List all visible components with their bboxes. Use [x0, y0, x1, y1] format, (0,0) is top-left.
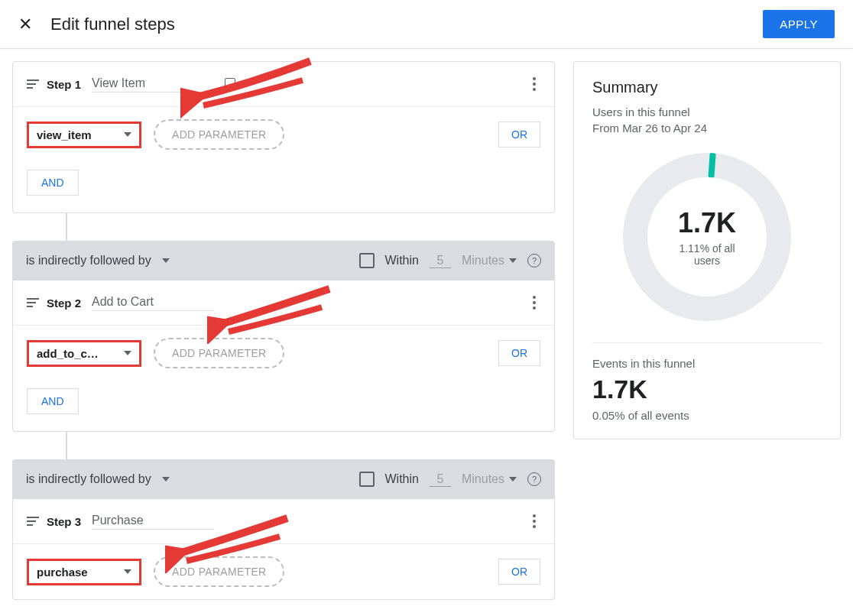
help-icon[interactable]: ?: [527, 254, 541, 267]
event-chip-purchase[interactable]: purchase: [27, 559, 141, 585]
users-count: 1.7K: [665, 207, 749, 239]
chevron-down-icon: [509, 258, 517, 263]
add-parameter-button[interactable]: ADD PARAMETER: [154, 338, 284, 368]
step-1-card: Step 1 View Item view_item ADD PARAMETER…: [12, 61, 555, 213]
help-icon[interactable]: ?: [527, 472, 541, 486]
summary-users-label: Users in this funnel: [592, 104, 822, 120]
drag-icon[interactable]: [27, 79, 39, 89]
more-icon[interactable]: [528, 73, 540, 96]
event-chip-label: purchase: [37, 566, 88, 579]
step-name-input[interactable]: View Item: [92, 76, 214, 92]
connector-line: [66, 213, 67, 241]
summary-date-range: From Mar 26 to Apr 24: [592, 120, 822, 136]
chevron-down-icon: [124, 351, 131, 355]
event-chip-view-item[interactable]: view_item: [27, 122, 141, 148]
within-label: Within: [385, 472, 419, 486]
within-unit-select[interactable]: Minutes: [462, 472, 517, 486]
events-label: Events in this funnel: [592, 357, 822, 370]
event-chip-label: add_to_c…: [37, 347, 99, 360]
apply-button[interactable]: APPLY: [763, 10, 835, 38]
event-chip-add-to-cart[interactable]: add_to_c…: [27, 340, 141, 367]
step-3-group: is indirectly followed by Within 5 Minut…: [12, 459, 555, 600]
step-2-group: is indirectly followed by Within 5 Minut…: [12, 241, 555, 432]
within-checkbox[interactable]: [359, 472, 375, 487]
or-button[interactable]: OR: [498, 340, 540, 366]
within-value-input[interactable]: 5: [430, 254, 451, 268]
copy-icon[interactable]: [225, 78, 235, 90]
add-parameter-button[interactable]: ADD PARAMETER: [154, 556, 284, 587]
drag-icon[interactable]: [27, 517, 39, 526]
chevron-down-icon: [124, 569, 131, 574]
users-donut-chart: 1.7K 1.11% of all users: [623, 153, 791, 321]
summary-title: Summary: [592, 79, 822, 96]
step-label: Step 2: [47, 297, 81, 310]
followed-by-select[interactable]: is indirectly followed by: [26, 254, 151, 267]
or-button[interactable]: OR: [498, 122, 540, 148]
step-name-input[interactable]: Add to Cart: [92, 295, 214, 311]
page-title: Edit funnel steps: [50, 15, 175, 34]
events-percent: 0.05% of all events: [592, 409, 822, 422]
users-percent: 1.11% of all users: [665, 242, 749, 267]
add-parameter-button[interactable]: ADD PARAMETER: [154, 119, 284, 150]
chevron-down-icon: [124, 132, 131, 137]
within-checkbox[interactable]: [359, 253, 375, 268]
event-chip-label: view_item: [37, 128, 92, 141]
summary-card: Summary Users in this funnel From Mar 26…: [573, 61, 841, 439]
more-icon[interactable]: [528, 510, 540, 533]
page-header: ✕ Edit funnel steps APPLY: [0, 0, 853, 49]
step-name-input[interactable]: Purchase: [92, 514, 214, 530]
chevron-down-icon: [162, 258, 170, 263]
followed-by-bar: is indirectly followed by Within 5 Minut…: [12, 241, 555, 280]
followed-by-bar: is indirectly followed by Within 5 Minut…: [12, 459, 555, 499]
close-icon[interactable]: ✕: [18, 15, 32, 34]
and-button[interactable]: AND: [27, 170, 79, 196]
divider: [592, 342, 822, 343]
connector-line: [66, 432, 67, 459]
events-count: 1.7K: [592, 374, 822, 404]
within-unit-select[interactable]: Minutes: [462, 254, 517, 267]
step-label: Step 1: [47, 78, 81, 91]
chevron-down-icon: [509, 477, 517, 481]
more-icon[interactable]: [528, 291, 540, 314]
chevron-down-icon: [162, 477, 170, 481]
within-value-input[interactable]: 5: [430, 472, 451, 487]
or-button[interactable]: OR: [498, 559, 540, 585]
within-label: Within: [385, 254, 419, 267]
followed-by-select[interactable]: is indirectly followed by: [26, 472, 151, 486]
drag-icon[interactable]: [27, 298, 39, 307]
step-label: Step 3: [47, 515, 81, 528]
and-button[interactable]: AND: [27, 388, 79, 414]
